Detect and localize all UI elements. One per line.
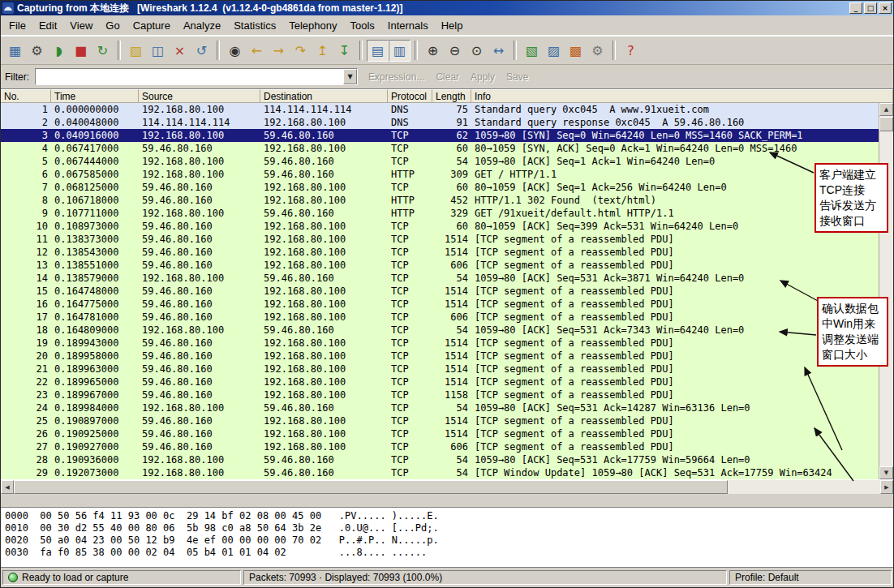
packet-row[interactable]: 240.189984000192.168.80.10059.46.80.160T…: [1, 401, 879, 414]
menu-tools[interactable]: Tools: [343, 17, 380, 34]
packet-row[interactable]: 130.13855100059.46.80.160192.168.80.100T…: [1, 259, 879, 272]
window-minimize-button[interactable]: _: [849, 2, 862, 14]
save-file-button[interactable]: ◫: [147, 40, 169, 62]
cell-no: 4: [1, 142, 51, 155]
packet-row[interactable]: 100.10897300059.46.80.160192.168.80.100T…: [1, 220, 879, 233]
vertical-scrollbar[interactable]: ▲ ▼: [879, 103, 893, 479]
filter-expression-button[interactable]: Expression...: [368, 71, 424, 83]
open-file-button[interactable]: ▨: [125, 40, 147, 62]
title-bar[interactable]: Capturing from 本地连接 [Wireshark 1.12.4 (v…: [1, 1, 893, 15]
filter-input[interactable]: [36, 69, 343, 84]
hex-dump-pane[interactable]: 0000 00 50 56 f4 11 93 00 0c 29 14 bf 02…: [1, 507, 893, 568]
list-interfaces-button[interactable]: ▦: [4, 40, 26, 62]
menu-edit[interactable]: Edit: [32, 17, 63, 34]
cell-dst: 192.168.80.100: [260, 246, 388, 259]
go-to-bottom-button[interactable]: ↧: [333, 40, 355, 62]
menu-internals[interactable]: Internals: [381, 17, 435, 34]
column-header-info[interactable]: Info: [471, 89, 893, 103]
horizontal-scrollbar[interactable]: ◀ ▶: [1, 479, 893, 494]
cell-no: 28: [1, 453, 51, 466]
filter-clear-button[interactable]: Clear: [436, 71, 459, 83]
packet-row[interactable]: 170.16478100059.46.80.160192.168.80.100T…: [1, 311, 879, 324]
vertical-scroll-thumb[interactable]: [879, 117, 893, 131]
scroll-left-button[interactable]: ◀: [1, 480, 14, 494]
packet-row[interactable]: 160.16477500059.46.80.160192.168.80.100T…: [1, 298, 879, 311]
pane-splitter[interactable]: [1, 494, 893, 507]
packet-row[interactable]: 260.19092500059.46.80.160192.168.80.100T…: [1, 427, 879, 440]
packet-row[interactable]: 60.067585000192.168.80.10059.46.80.160HT…: [1, 168, 879, 181]
packet-row[interactable]: 80.10671800059.46.80.160192.168.80.100HT…: [1, 194, 879, 207]
cell-proto: TCP: [388, 453, 432, 466]
close-file-button[interactable]: ×: [169, 40, 191, 62]
menu-view[interactable]: View: [63, 17, 99, 34]
go-to-top-button[interactable]: ↥: [312, 40, 333, 62]
packet-row[interactable]: 290.192073000192.168.80.10059.46.80.160T…: [1, 466, 879, 479]
column-header-no[interactable]: No.: [1, 89, 51, 103]
menu-analyze[interactable]: Analyze: [177, 17, 227, 34]
preferences-button[interactable]: ⚙: [587, 40, 608, 62]
filter-dropdown-button[interactable]: ▼: [343, 69, 357, 84]
restart-capture-button[interactable]: ↻: [92, 40, 114, 62]
horizontal-scroll-track[interactable]: [14, 480, 880, 494]
packet-row[interactable]: 20.040048000114.114.114.114192.168.80.10…: [1, 116, 879, 129]
colorize-toggle-button[interactable]: ▥: [389, 40, 410, 62]
help-button[interactable]: ?: [620, 40, 642, 62]
packet-row[interactable]: 230.18996700059.46.80.160192.168.80.100T…: [1, 388, 879, 401]
packet-row[interactable]: 30.040916000192.168.80.10059.46.80.160TC…: [1, 129, 879, 142]
menu-statistics[interactable]: Statistics: [227, 17, 282, 34]
zoom-out-button[interactable]: ⊖: [444, 40, 466, 62]
column-header-protocol[interactable]: Protocol: [388, 89, 432, 103]
find-packet-button[interactable]: ◉: [224, 40, 246, 62]
start-capture-button[interactable]: ◗: [48, 40, 70, 62]
expert-info-icon[interactable]: [8, 573, 18, 582]
packet-row[interactable]: 280.190936000192.168.80.10059.46.80.160T…: [1, 453, 879, 466]
zoom-in-button[interactable]: ⊕: [422, 40, 444, 62]
autoscroll-toggle-button[interactable]: ▤: [367, 40, 389, 62]
packet-row[interactable]: 200.18995800059.46.80.160192.168.80.100T…: [1, 350, 879, 363]
go-back-button[interactable]: ←: [246, 40, 268, 62]
horizontal-scroll-thumb[interactable]: [14, 480, 728, 494]
menu-capture[interactable]: Capture: [127, 17, 177, 34]
cell-no: 29: [1, 466, 51, 479]
packet-row[interactable]: 50.067444000192.168.80.10059.46.80.160TC…: [1, 155, 879, 168]
column-header-time[interactable]: Time: [51, 89, 139, 103]
go-to-packet-button[interactable]: ↷: [290, 40, 312, 62]
scroll-down-button[interactable]: ▼: [879, 466, 893, 479]
coloring-rules-button[interactable]: ▩: [565, 40, 587, 62]
window-maximize-button[interactable]: □: [864, 2, 877, 14]
packet-row[interactable]: 180.164809000192.168.80.10059.46.80.160T…: [1, 324, 879, 337]
reload-file-button[interactable]: ↺: [191, 40, 213, 62]
packet-row[interactable]: 120.13854300059.46.80.160192.168.80.100T…: [1, 246, 879, 259]
filter-apply-button[interactable]: Apply: [471, 71, 495, 83]
packet-row[interactable]: 10.000000000192.168.80.100114.114.114.11…: [1, 103, 879, 116]
filter-save-button[interactable]: Save: [506, 71, 528, 83]
packet-row[interactable]: 210.18996300059.46.80.160192.168.80.100T…: [1, 363, 879, 376]
scroll-up-button[interactable]: ▲: [879, 103, 893, 116]
packet-row[interactable]: 70.06812500059.46.80.160192.168.80.100TC…: [1, 181, 879, 194]
packet-row[interactable]: 110.13837300059.46.80.160192.168.80.100T…: [1, 233, 879, 246]
packet-row[interactable]: 150.16474800059.46.80.160192.168.80.100T…: [1, 285, 879, 298]
capture-filters-button[interactable]: ▧: [521, 40, 543, 62]
resize-columns-button[interactable]: ↔: [488, 40, 509, 62]
window-close-button[interactable]: ×: [879, 2, 892, 14]
packet-row[interactable]: 190.18994300059.46.80.160192.168.80.100T…: [1, 337, 879, 350]
capture-options-button[interactable]: ⚙: [26, 40, 48, 62]
packet-row[interactable]: 90.107711000192.168.80.10059.46.80.160HT…: [1, 207, 879, 220]
packet-row[interactable]: 220.18996500059.46.80.160192.168.80.100T…: [1, 376, 879, 388]
column-header-destination[interactable]: Destination: [260, 89, 388, 103]
column-header-source[interactable]: Source: [139, 89, 260, 103]
column-header-length[interactable]: Length: [432, 89, 471, 103]
zoom-100-button[interactable]: ⊙: [466, 40, 488, 62]
packet-row[interactable]: 40.06741700059.46.80.160192.168.80.100TC…: [1, 142, 879, 155]
menu-help[interactable]: Help: [435, 17, 470, 34]
menu-file[interactable]: File: [2, 17, 32, 34]
packet-row[interactable]: 250.19089700059.46.80.160192.168.80.100T…: [1, 414, 879, 427]
go-forward-button[interactable]: →: [268, 40, 290, 62]
stop-capture-button[interactable]: ■: [70, 40, 92, 62]
scroll-right-button[interactable]: ▶: [880, 480, 893, 494]
menu-telephony[interactable]: Telephony: [282, 17, 343, 34]
packet-row[interactable]: 270.19092700059.46.80.160192.168.80.100T…: [1, 440, 879, 453]
display-filters-button[interactable]: ▨: [543, 40, 565, 62]
packet-row[interactable]: 140.138579000192.168.80.10059.46.80.160T…: [1, 272, 879, 285]
menu-go[interactable]: Go: [99, 17, 126, 34]
